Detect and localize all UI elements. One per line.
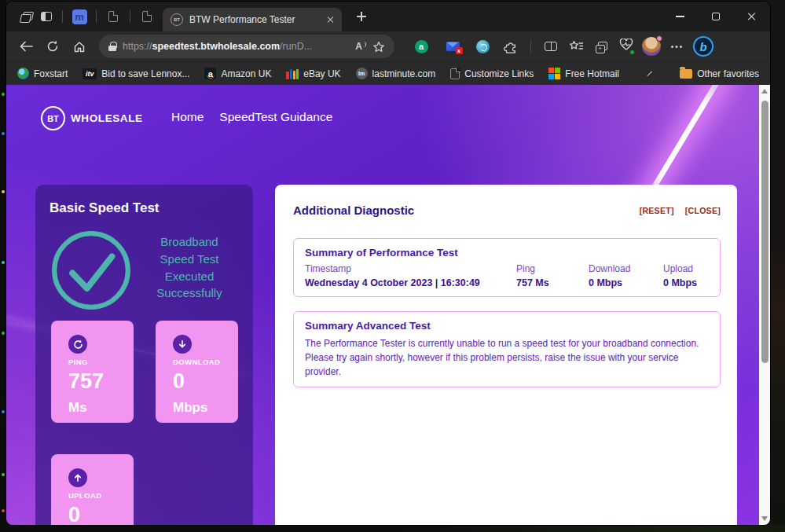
pinned-tab-m[interactable]: m xyxy=(68,6,90,27)
a-extension-icon: a xyxy=(415,40,428,53)
metric-value: 0 xyxy=(173,369,238,394)
divider xyxy=(96,10,97,23)
favorite-star-icon[interactable] xyxy=(372,41,385,53)
bookmark-label: Amazon UK xyxy=(221,68,271,79)
ping-column: Ping 757 Ms xyxy=(516,263,589,288)
new-tab-button[interactable] xyxy=(351,6,372,27)
maximize-icon xyxy=(712,13,720,20)
advanced-summary-line-2: Please try again shortly, however if thi… xyxy=(305,350,709,379)
tab-close-icon[interactable] xyxy=(326,16,334,24)
extensions-button[interactable] xyxy=(500,35,522,57)
browser-toolbar: https://speedtest.btwholesale.com/runD..… xyxy=(6,31,770,61)
metric-card-upload: UPLOAD 0 xyxy=(51,454,134,525)
bookmark-itv[interactable]: itvBid to save Lennox... xyxy=(83,68,189,79)
tab-title: BTW Performance Tester xyxy=(189,14,320,25)
bing-icon: b xyxy=(693,36,713,57)
microsoft-icon xyxy=(548,68,560,79)
nav-home[interactable]: Home xyxy=(171,110,204,124)
arrow-up-icon xyxy=(68,468,87,487)
tab-actions-button[interactable] xyxy=(36,6,57,27)
back-button[interactable] xyxy=(14,35,38,58)
metric-value: 757 xyxy=(68,369,134,394)
metric-value: 0 xyxy=(68,503,134,525)
brand-wholesale-label: WHOLESALE xyxy=(71,112,143,124)
arrow-down-icon xyxy=(173,335,192,354)
performance-summary-box: Summary of Performance Test Timestamp We… xyxy=(293,238,721,297)
read-aloud-icon[interactable]: A xyxy=(355,41,366,52)
other-favorites-button[interactable]: Other favorites xyxy=(680,68,759,79)
diagnostic-actions: [RESET] [CLOSE] xyxy=(640,206,721,215)
bookmark-label: Foxstart xyxy=(34,68,68,79)
home-icon xyxy=(73,41,86,53)
home-button[interactable] xyxy=(68,35,91,58)
page-icon xyxy=(142,11,152,22)
bookmark-customize-links[interactable]: Customize Links xyxy=(450,68,534,79)
minimize-button[interactable] xyxy=(662,2,698,31)
mail-x-badge: x xyxy=(456,47,463,54)
speed-panel-title: Basic Speed Test xyxy=(50,200,239,216)
extension-teal-button[interactable] xyxy=(471,35,493,57)
bookmark-lastminute[interactable]: lmlastminute.com xyxy=(356,68,436,79)
favorites-button[interactable] xyxy=(565,35,587,57)
column-label: Upload xyxy=(663,263,709,274)
bookmark-foxstart[interactable]: Foxstart xyxy=(17,68,68,79)
column-value: 0 Mbps xyxy=(663,277,709,288)
active-tab[interactable]: BT BTW Performance Tester xyxy=(163,8,342,31)
plus-icon xyxy=(357,12,366,21)
browser-essentials-button[interactable] xyxy=(615,35,637,57)
bookmark-label: lastminute.com xyxy=(372,68,436,79)
desktop-icon-dot xyxy=(2,261,5,264)
pinned-tab-page-1[interactable] xyxy=(102,6,124,27)
column-value: 757 Ms xyxy=(516,277,589,288)
metric-unit: Mbps xyxy=(173,400,238,416)
collections-button[interactable] xyxy=(590,35,612,57)
extension-a-button[interactable]: a xyxy=(410,35,432,57)
reset-link[interactable]: [RESET] xyxy=(640,206,674,215)
workspaces-button[interactable] xyxy=(16,6,36,27)
pinned-tab-page-2[interactable] xyxy=(136,6,158,27)
browser-window: m BT BTW Performance Tester xyxy=(6,2,770,525)
result-row: Broadband Speed Test Executed Successful… xyxy=(50,229,239,312)
refresh-button[interactable] xyxy=(41,35,64,58)
m-logo-icon: m xyxy=(72,9,87,24)
teal-extension-icon xyxy=(476,40,490,53)
scroll-up-icon[interactable] xyxy=(761,89,768,94)
copilot-button[interactable]: b xyxy=(692,35,714,57)
mail-checker-button[interactable]: x xyxy=(442,35,464,57)
bookmarks-overflow-chevron-icon[interactable] xyxy=(647,71,652,76)
ellipsis-icon xyxy=(671,46,682,48)
more-options-button[interactable] xyxy=(666,35,688,57)
puzzle-icon xyxy=(504,39,518,53)
bookmark-free-hotmail[interactable]: Free Hotmail xyxy=(548,68,619,79)
tab-bar: m BT BTW Performance Tester xyxy=(6,2,770,31)
essentials-status-dot xyxy=(629,50,635,55)
bt-wholesale-logo[interactable]: BT WHOLESALE xyxy=(41,106,143,130)
star-lines-icon xyxy=(569,40,584,53)
scroll-down-icon[interactable] xyxy=(761,516,768,521)
window-controls xyxy=(662,2,770,31)
close-icon xyxy=(747,12,757,21)
close-button[interactable] xyxy=(734,2,770,31)
lock-icon xyxy=(108,42,116,51)
upload-column: Upload 0 Mbps xyxy=(663,263,709,288)
close-link[interactable]: [CLOSE] xyxy=(685,206,721,215)
bookmark-ebay[interactable]: eBay UK xyxy=(286,68,340,79)
status-text: Broadband Speed Test Executed Successful… xyxy=(145,229,233,312)
address-bar[interactable]: https://speedtest.btwholesale.com/runD..… xyxy=(99,35,394,58)
page-scrollbar[interactable] xyxy=(759,85,770,525)
metric-label: PING xyxy=(68,358,134,366)
check-circle-icon xyxy=(50,229,133,312)
profile-avatar-button[interactable] xyxy=(640,35,662,57)
speed-test-panel: Basic Speed Test Broadband Speed Test Ex… xyxy=(35,185,253,525)
url-text: https://speedtest.btwholesale.com/runD..… xyxy=(123,41,349,52)
nav-speedtest-guidance[interactable]: SpeedTest Guidance xyxy=(219,110,332,124)
scroll-thumb[interactable] xyxy=(761,101,768,363)
split-screen-button[interactable] xyxy=(540,35,562,57)
maximize-button[interactable] xyxy=(698,2,734,31)
desktop-icon-dot xyxy=(2,509,5,512)
performance-summary-title: Summary of Performance Test xyxy=(305,247,709,259)
desktop-icon-dot xyxy=(2,190,5,193)
bookmark-amazon[interactable]: aAmazon UK xyxy=(204,68,271,79)
arrow-left-icon xyxy=(20,41,33,52)
divider xyxy=(62,10,63,23)
